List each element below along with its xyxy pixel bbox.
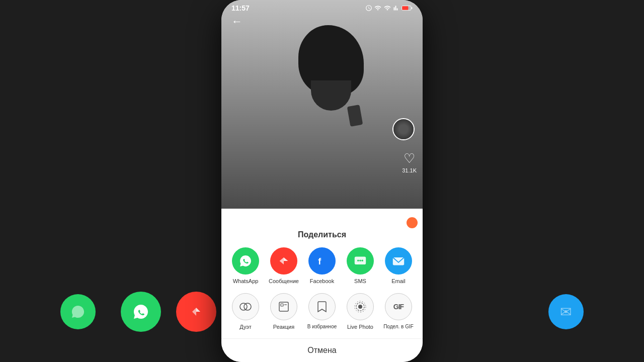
whatsapp-svg (238, 253, 253, 268)
svg-point-21 (358, 305, 362, 309)
avatar-image (393, 119, 414, 139)
duet-svg (239, 300, 252, 313)
share-sms[interactable]: SMS (345, 247, 375, 285)
battery-icon (401, 5, 413, 11)
livephoto-svg (354, 300, 367, 313)
share-whatsapp[interactable]: WhatsApp (230, 247, 261, 285)
phone-frame: 11:57 ← (221, 0, 423, 362)
svg-rect-19 (281, 304, 283, 306)
message-svg (277, 254, 291, 268)
back-button[interactable]: ← (231, 15, 243, 28)
like-count: 31.1K (402, 167, 417, 173)
livephoto-icon (347, 293, 374, 320)
email-svg (391, 254, 406, 268)
video-content (221, 0, 423, 209)
livephoto-label: Live Photo (347, 323, 373, 330)
bookmark-icon (308, 293, 336, 320)
facebook-icon-circle: f (308, 247, 336, 275)
reaction-label: Реакция (273, 323, 294, 330)
share-row-1: WhatsApp Сообщение (221, 247, 423, 293)
svg-point-16 (240, 303, 247, 310)
status-icons (365, 5, 413, 12)
share-livephoto[interactable]: Live Photo (345, 293, 375, 330)
bookmark-label: В избранное (307, 323, 337, 330)
sms-label: SMS (354, 278, 366, 285)
gif-label: Подел. в GIF (383, 323, 414, 330)
like-button[interactable]: ♡ 31.1K (402, 151, 417, 173)
svg-point-14 (361, 260, 363, 262)
email-icon-circle (385, 247, 412, 275)
reaction-icon (270, 293, 297, 320)
svg-marker-8 (284, 257, 288, 261)
wifi-icon (383, 5, 391, 12)
svg-rect-7 (412, 7, 413, 9)
share-gif[interactable]: GIF Подел. в GIF (383, 293, 414, 330)
heart-icon: ♡ (404, 151, 415, 166)
share-bookmark[interactable]: В избранное (307, 293, 337, 330)
facebook-label: Facebook (310, 278, 334, 285)
svg-rect-6 (402, 6, 408, 10)
alarm-icon (365, 5, 372, 12)
status-time: 11:57 (231, 4, 250, 12)
bookmark-svg (317, 301, 327, 313)
share-sheet-content: Поделиться WhatsApp (221, 222, 423, 362)
bg-bottom-email: ✉ (548, 294, 584, 329)
share-reaction[interactable]: Реакция (269, 293, 299, 330)
sms-svg (353, 254, 367, 268)
svg-text:f: f (318, 256, 321, 266)
profile-avatar[interactable] (392, 118, 415, 140)
person-head (286, 15, 376, 126)
email-label: Email (391, 278, 406, 285)
svg-rect-18 (279, 302, 288, 311)
share-facebook[interactable]: f Facebook (307, 247, 337, 285)
message-icon-circle (270, 247, 297, 275)
sms-icon-circle (347, 247, 374, 275)
share-title: Поделиться (221, 230, 423, 239)
share-sheet: Поделиться WhatsApp (221, 222, 423, 362)
svg-point-17 (244, 303, 251, 310)
share-message[interactable]: Сообщение (269, 247, 299, 285)
status-bar: 11:57 (221, 0, 423, 14)
signal-icon (374, 5, 381, 12)
share-row-2: Дуэт Реакция (221, 293, 423, 339)
svg-point-13 (359, 260, 361, 262)
reaction-svg (278, 301, 289, 312)
share-duet[interactable]: Дуэт (230, 293, 261, 330)
duet-icon (232, 293, 259, 320)
duet-label: Дуэт (239, 323, 251, 330)
signal-bars-icon (393, 5, 399, 12)
bg-bottom-whatsapp (60, 294, 96, 329)
video-area: ← ♡ 31.1K (221, 0, 423, 209)
message-label: Сообщение (269, 278, 299, 285)
svg-point-12 (357, 260, 359, 262)
svg-marker-9 (280, 257, 284, 264)
gif-icon: GIF (385, 293, 412, 320)
cancel-button[interactable]: Отмена (221, 339, 423, 362)
share-email[interactable]: Email (383, 247, 414, 285)
whatsapp-icon-circle (232, 247, 259, 275)
whatsapp-label: WhatsApp (233, 278, 259, 285)
facebook-svg: f (315, 254, 329, 267)
